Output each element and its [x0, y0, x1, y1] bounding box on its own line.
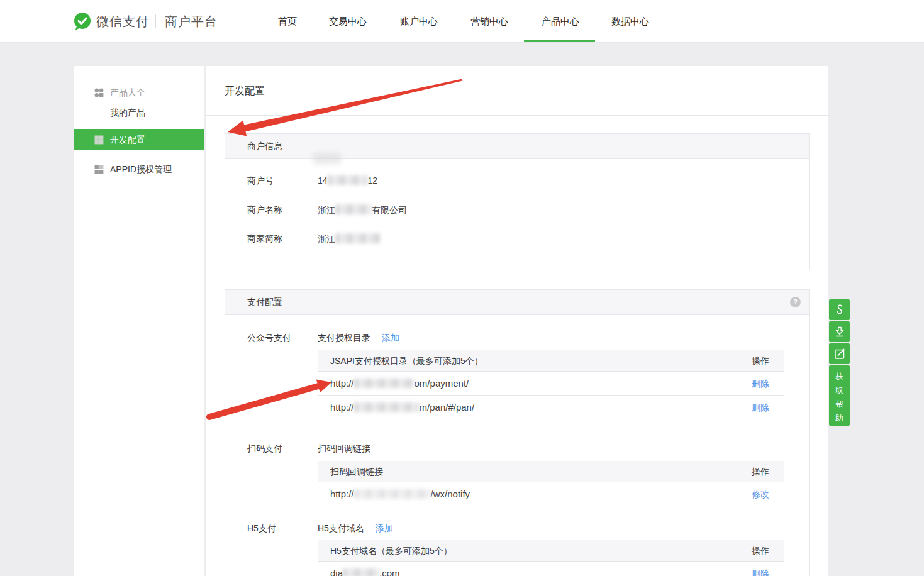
- redacted-blur: [328, 175, 368, 185]
- h5-domain-label: H5支付域名 添加: [318, 523, 393, 534]
- table-op-header: 操作: [752, 350, 769, 372]
- url-visible-part: .com: [379, 568, 400, 576]
- url-visible-part: /wx/notify: [431, 489, 470, 499]
- active-tab-underline: [524, 40, 595, 42]
- sidebar-item-product-catalog[interactable]: 产品大全: [74, 83, 204, 102]
- table-header-label: JSAPI支付授权目录（最多可添加5个）: [330, 356, 483, 366]
- sidebar-item-dev-config[interactable]: 开发配置: [74, 129, 204, 150]
- jsapi-auth-dir-table: JSAPI支付授权目录（最多可添加5个） 操作 http://om/paymen…: [318, 350, 784, 419]
- jsapi-pay-label: 公众号支付: [247, 333, 291, 344]
- url-visible-part: m/pan/#/pan/: [420, 402, 475, 413]
- merchant-id-value: 1412: [318, 175, 377, 186]
- nav-item-data[interactable]: 数据中心: [611, 16, 649, 28]
- edit-icon[interactable]: [829, 343, 850, 364]
- redacted-blur: [354, 402, 420, 412]
- brand-portal-title: 商户平台: [165, 13, 218, 30]
- merchant-shortname-label: 商家简称: [247, 233, 282, 245]
- nav-item-home[interactable]: 首页: [278, 16, 297, 28]
- merchant-info-panel: 商户信息 商户号 1412 商户名称 浙江有限公司 商家简称 浙江: [225, 133, 810, 270]
- section-sub-label: 支付授权目录: [318, 333, 370, 343]
- get-help-button[interactable]: 获取帮助: [829, 365, 850, 426]
- value-visible-part: 有限公司: [372, 205, 407, 215]
- add-h5-domain-link[interactable]: 添加: [376, 523, 393, 533]
- redacted-blur: [335, 233, 381, 243]
- url-visible-part: om/payment/: [415, 378, 469, 389]
- link-icon[interactable]: [829, 299, 850, 320]
- section-sub-label: H5支付域名: [318, 523, 364, 533]
- panel-title: 支付配置: [247, 297, 282, 307]
- merchant-name-label: 商户名称: [247, 204, 282, 216]
- value-visible-part: 浙江: [318, 234, 335, 244]
- table-op-header: 操作: [752, 461, 769, 482]
- brand-separator: [155, 14, 156, 28]
- top-header: 微信支付 商户平台 首页 交易中心 账户中心 营销中心 产品中心 数据中心: [0, 0, 924, 43]
- table-op-header: 操作: [752, 540, 769, 562]
- table-row: http:///wx/notify 修改: [318, 482, 784, 506]
- url-visible-part: http://: [330, 378, 354, 389]
- floating-toolbar: 获取帮助: [829, 299, 850, 426]
- table-header-label: H5支付域名（最多可添加5个）: [330, 546, 452, 556]
- merchant-shortname-value: 浙江: [318, 233, 381, 245]
- question-mark-icon[interactable]: ?: [790, 297, 801, 307]
- redacted-blur: [354, 489, 431, 499]
- table-row: http://m/pan/#/pan/ 删除: [318, 396, 784, 419]
- nav-item-product[interactable]: 产品中心: [542, 16, 579, 28]
- title-divider: [206, 115, 828, 116]
- modify-link[interactable]: 修改: [752, 482, 769, 506]
- section-sub-label: 扫码回调链接: [318, 443, 370, 453]
- redacted-blur: [343, 568, 379, 576]
- payment-config-panel: 支付配置 ? 公众号支付 支付授权目录 添加 JSAPI支付授权目录（最多可添加…: [225, 289, 810, 576]
- h5-pay-label: H5支付: [247, 523, 276, 534]
- grid-icon: [94, 165, 104, 174]
- table-row: http://om/payment/ 删除: [318, 372, 784, 396]
- nav-item-account[interactable]: 账户中心: [400, 16, 438, 28]
- sidebar-item-label: 开发配置: [110, 129, 145, 150]
- grid-icon: [94, 135, 104, 145]
- value-visible-part: 14: [318, 175, 328, 186]
- download-icon[interactable]: [829, 321, 850, 342]
- url-visible-part: dia: [330, 568, 343, 576]
- scan-callback-table: 扫码回调链接 操作 http:///wx/notify 修改: [318, 461, 784, 506]
- sidebar-item-label: APPID授权管理: [110, 160, 172, 179]
- sidebar-item-label: 我的产品: [110, 103, 145, 123]
- table-header-row: H5支付域名（最多可添加5个） 操作: [318, 540, 784, 562]
- nav-item-marketing[interactable]: 营销中心: [470, 16, 508, 28]
- table-header-row: 扫码回调链接 操作: [318, 461, 784, 482]
- sidebar: 产品大全 我的产品 开发配置 APPID授权管理: [74, 66, 204, 576]
- delete-link[interactable]: 删除: [752, 562, 769, 576]
- payment-config-panel-header: 支付配置 ?: [225, 290, 809, 315]
- merchant-name-value: 浙江有限公司: [318, 204, 407, 216]
- table-row: dia.com 删除: [318, 562, 784, 576]
- main-content: 开发配置 商户信息 商户号 1412 商户名称 浙江有限公司 商家简称 浙江 支…: [206, 66, 828, 576]
- value-visible-part: 浙江: [318, 205, 335, 215]
- get-help-label: 获取帮助: [835, 370, 844, 425]
- grid-icon: [94, 88, 104, 97]
- merchant-id-label: 商户号: [247, 175, 274, 187]
- sidebar-item-my-products[interactable]: 我的产品: [74, 103, 204, 123]
- h5-domain-table: H5支付域名（最多可添加5个） 操作 dia.com 删除: [318, 540, 784, 576]
- delete-link[interactable]: 删除: [752, 396, 769, 419]
- redacted-blur: [335, 204, 372, 214]
- delete-link[interactable]: 删除: [752, 372, 769, 396]
- redacted-smudge: [313, 153, 341, 164]
- table-header-row: JSAPI支付授权目录（最多可添加5个） 操作: [318, 350, 784, 372]
- jsapi-auth-dir-label: 支付授权目录 添加: [318, 333, 399, 344]
- page-title: 开发配置: [225, 85, 265, 98]
- wechat-pay-logo-icon: [72, 11, 92, 31]
- redacted-blur: [354, 379, 415, 388]
- url-visible-part: http://: [330, 402, 354, 413]
- native-pay-label: 扫码支付: [247, 443, 282, 455]
- scan-callback-label: 扫码回调链接: [318, 443, 370, 455]
- value-visible-part: 12: [368, 175, 378, 186]
- brand-name: 微信支付: [96, 13, 149, 30]
- nav-item-trade[interactable]: 交易中心: [329, 16, 367, 28]
- url-visible-part: http://: [330, 489, 354, 499]
- table-header-label: 扫码回调链接: [330, 467, 383, 477]
- add-auth-dir-link[interactable]: 添加: [382, 333, 399, 343]
- sidebar-item-label: 产品大全: [110, 83, 145, 102]
- sidebar-item-appid-auth[interactable]: APPID授权管理: [74, 160, 204, 179]
